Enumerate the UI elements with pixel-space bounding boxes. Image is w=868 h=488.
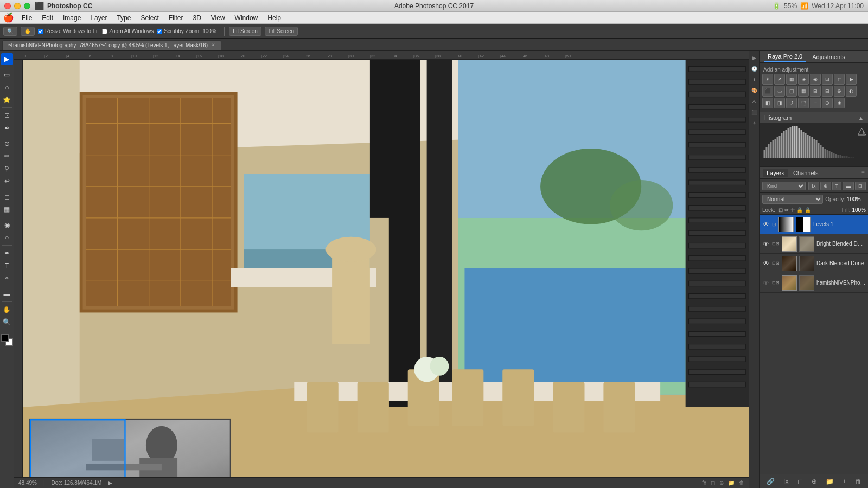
- tool-dodge[interactable]: ○: [1, 232, 13, 243]
- raya-btn-3e[interactable]: ⌗: [810, 98, 821, 108]
- layer-item-photo[interactable]: 👁 ⊡⊡ hamishNIVENPhotography_78A4...: [760, 273, 868, 293]
- lock-image-pixels[interactable]: ✏: [784, 207, 789, 213]
- raya-btn-curves[interactable]: ↗: [774, 74, 785, 85]
- paths-btn[interactable]: ⌖: [749, 118, 759, 128]
- tool-shape[interactable]: ▬: [1, 288, 13, 300]
- layer-new-btn[interactable]: +: [840, 477, 848, 486]
- hand-tool-btn[interactable]: ✋: [21, 27, 35, 36]
- histogram-collapse[interactable]: ▲: [858, 115, 864, 121]
- tool-brush[interactable]: ✏: [1, 150, 13, 162]
- canvas-content[interactable]: [23, 60, 749, 477]
- tool-stamp[interactable]: ⚲: [1, 163, 13, 175]
- tool-gradient[interactable]: ▦: [1, 203, 13, 215]
- layer-adj-btn[interactable]: ⊕: [809, 477, 819, 486]
- raya-btn-levels[interactable]: ▦: [786, 74, 797, 85]
- menu-type[interactable]: Type: [112, 13, 135, 23]
- menu-help[interactable]: Help: [263, 13, 285, 23]
- layer-group-btn[interactable]: 📁: [824, 477, 836, 486]
- raya-btn-3a[interactable]: ◧: [762, 98, 773, 108]
- menu-file[interactable]: File: [17, 13, 36, 23]
- layer-item-dark[interactable]: 👁 ⊡⊡ Dark Blended Done: [760, 254, 868, 273]
- raya-btn-3f[interactable]: ⊙: [822, 98, 833, 108]
- tool-blur[interactable]: ◉: [1, 219, 13, 231]
- menu-filter[interactable]: Filter: [164, 13, 188, 23]
- tool-spot-heal[interactable]: ⊙: [1, 138, 13, 150]
- doc-tab-close[interactable]: ✕: [211, 42, 215, 48]
- tool-history-brush[interactable]: ↩: [1, 175, 13, 187]
- color-btn[interactable]: 🎨: [749, 86, 759, 95]
- adjustments-tab[interactable]: Adjustments: [809, 53, 848, 61]
- layer-del-btn[interactable]: 🗑: [853, 477, 864, 486]
- traffic-lights[interactable]: [4, 3, 30, 9]
- layer-item-bright[interactable]: 👁 ⊡⊡ Bright Blended Done: [760, 234, 868, 254]
- opacity-value[interactable]: 100%: [847, 196, 866, 202]
- menu-edit[interactable]: Edit: [37, 13, 58, 23]
- menu-window[interactable]: Window: [231, 13, 263, 23]
- tool-crop[interactable]: ⊡: [1, 110, 13, 121]
- raya-btn-2e[interactable]: ⊞: [810, 86, 821, 97]
- fg-color[interactable]: [1, 334, 9, 342]
- channels-tab[interactable]: Channels: [790, 169, 821, 177]
- tool-pen[interactable]: ✒: [1, 247, 13, 259]
- layers-tab[interactable]: Layers: [763, 169, 788, 177]
- tool-zoom[interactable]: 🔍: [1, 316, 13, 328]
- tool-hand[interactable]: ✋: [1, 304, 13, 316]
- tool-colors[interactable]: [1, 334, 13, 346]
- zoom-tool-btn[interactable]: 🔍: [3, 27, 17, 36]
- tool-eyedropper[interactable]: ✒: [1, 122, 13, 134]
- raya-btn-2f[interactable]: ⊟: [822, 86, 833, 97]
- canvas-area[interactable]: 0 2 4 6 8 10 12 14 16 18 20 22 24 26 28 …: [14, 51, 749, 488]
- filter-adj[interactable]: ⊕: [820, 182, 831, 190]
- resize-windows-checkbox[interactable]: Resize Windows to Fit: [38, 28, 99, 34]
- layer-fx-btn[interactable]: fx: [781, 477, 790, 486]
- lock-transparent-pixels[interactable]: ⊡: [778, 207, 783, 213]
- filter-type[interactable]: T: [832, 182, 842, 190]
- menu-view[interactable]: View: [207, 13, 229, 23]
- raya-btn-brightness[interactable]: ☀: [762, 74, 773, 85]
- raya-btn-vib[interactable]: ◉: [810, 74, 821, 85]
- raya-arrow-btn[interactable]: ▶: [749, 53, 759, 63]
- fill-screen-btn[interactable]: Fill Screen: [265, 27, 298, 36]
- menu-image[interactable]: Image: [59, 13, 85, 23]
- raya-btn-hsl[interactable]: ◈: [798, 74, 809, 85]
- info-btn[interactable]: ℹ: [749, 75, 759, 85]
- layers-panel-collapse[interactable]: ≡: [861, 170, 865, 176]
- tool-path[interactable]: ⌖: [1, 272, 13, 284]
- menu-select[interactable]: Select: [136, 13, 163, 23]
- layer-filter-select[interactable]: Kind: [762, 182, 806, 190]
- raya-btn-2g[interactable]: ⊕: [834, 86, 845, 97]
- shapes-btn[interactable]: ⬛: [749, 107, 759, 117]
- type-strip-btn[interactable]: A: [749, 97, 759, 106]
- layer-item-levels1[interactable]: 👁 ⊡ Levels 1: [760, 215, 868, 234]
- lock-all[interactable]: 🔒: [805, 207, 811, 213]
- doc-info-arrow[interactable]: ▶: [108, 480, 112, 486]
- menu-layer[interactable]: Layer: [86, 13, 111, 23]
- zoom-all-windows-checkbox[interactable]: Zoom All Windows: [102, 28, 154, 34]
- raya-btn-2c[interactable]: ◫: [786, 86, 797, 97]
- apple-menu[interactable]: 🍎: [3, 12, 14, 23]
- raya-btn-2b[interactable]: ▭: [774, 86, 785, 97]
- raya-pro-tab[interactable]: Raya Pro 2.0: [764, 52, 806, 62]
- layer-link-btn[interactable]: 🔗: [764, 477, 777, 486]
- lock-position[interactable]: ✛: [790, 207, 795, 213]
- filter-fx[interactable]: fx: [808, 182, 819, 190]
- raya-btn-3b[interactable]: ◨: [774, 98, 785, 108]
- history-btn[interactable]: 🕐: [749, 64, 759, 74]
- tool-type[interactable]: T: [1, 260, 13, 272]
- raya-btn-2d[interactable]: ▦: [798, 86, 809, 97]
- tool-marquee[interactable]: ▭: [1, 69, 13, 81]
- blend-mode-select[interactable]: Normal Multiply Screen Overlay Soft Ligh…: [762, 195, 823, 204]
- raya-btn-3d[interactable]: ⬚: [798, 98, 809, 108]
- maximize-button[interactable]: [24, 3, 30, 9]
- tool-eraser[interactable]: ◻: [1, 191, 13, 203]
- tool-move[interactable]: ▶: [1, 53, 13, 65]
- minimize-button[interactable]: [14, 3, 21, 9]
- layer-vis-dark[interactable]: 👁: [762, 260, 770, 267]
- fill-value[interactable]: 100%: [852, 207, 866, 213]
- raya-btn-3c[interactable]: ↺: [786, 98, 797, 108]
- doc-tab[interactable]: ~hamishNIVENPhotography_78A4657~4 copy @…: [2, 40, 221, 50]
- layer-vis-levels1[interactable]: 👁: [762, 221, 770, 228]
- tool-lasso[interactable]: ⌂: [1, 81, 13, 93]
- filter-shape[interactable]: ▬: [843, 182, 854, 190]
- raya-btn-select[interactable]: ⊡: [822, 74, 833, 85]
